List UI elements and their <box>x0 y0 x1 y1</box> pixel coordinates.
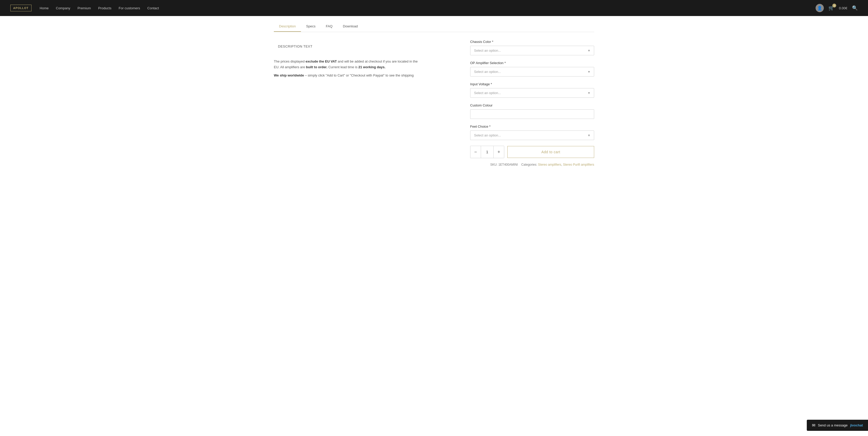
quantity-value: 1 <box>481 146 494 158</box>
nav-company[interactable]: Company <box>56 6 70 10</box>
bottom-line2-bold: We ship worldwide <box>274 74 304 77</box>
product-layout: DESCRIPTION TEXT The prices displayed ex… <box>274 37 594 167</box>
cart-icon[interactable]: 🛒 0 <box>829 5 834 11</box>
product-right: Chassis Color * Select an option... ▼ OP… <box>470 37 594 167</box>
category-stereo-purifi-amplifiers[interactable]: Stereo Purifi amplifiers <box>563 163 594 167</box>
add-to-cart-button[interactable]: Add to cart <box>507 146 594 158</box>
tab-download[interactable]: Download <box>338 21 363 32</box>
navbar: APOLLOT Home Company Premium Products Fo… <box>0 0 868 16</box>
search-icon[interactable]: 🔍 <box>852 5 858 11</box>
bottom-text: The prices displayed exclude the EU VAT … <box>274 59 418 78</box>
category-stereo-amplifiers[interactable]: Stereo amplifiers <box>538 163 561 167</box>
input-voltage-select-wrapper: Select an option... ▼ <box>470 88 594 98</box>
main-content: Description Specs FAQ Download DESCRIPTI… <box>264 21 604 167</box>
description-text: DESCRIPTION TEXT <box>274 37 455 48</box>
meta-row: SKU: 1ET400AMINI Categories: Stereo ampl… <box>470 163 594 167</box>
chassis-color-select-wrapper: Select an option... ▼ <box>470 46 594 55</box>
bottom-line1-bold2: built to order. <box>306 65 327 69</box>
cart-badge: 0 <box>832 4 836 7</box>
quantity-decrease-button[interactable]: − <box>470 146 481 158</box>
user-avatar[interactable]: 👤 <box>815 4 824 12</box>
op-amplifier-select[interactable]: Select an option... <box>470 67 594 77</box>
feet-choice-select-wrapper: Select an option... ▼ <box>470 130 594 140</box>
chassis-color-select[interactable]: Select an option... <box>470 46 594 55</box>
bottom-line1-before: The prices displayed <box>274 59 306 63</box>
chassis-color-label: Chassis Color * <box>470 40 594 44</box>
cart-row: − 1 + Add to cart <box>470 146 594 158</box>
custom-colour-label: Custom Colour <box>470 104 594 107</box>
tab-description[interactable]: Description <box>274 21 301 32</box>
bottom-line1-bold: exclude the EU VAT <box>306 59 337 63</box>
feet-choice-group: Feet Choice * Select an option... ▼ <box>470 124 594 140</box>
categories-label: Categories: <box>521 163 537 167</box>
sku-label: SKU: <box>490 163 498 167</box>
nav-products[interactable]: Products <box>98 6 111 10</box>
product-left: DESCRIPTION TEXT The prices displayed ex… <box>274 37 455 167</box>
nav-left: APOLLOT Home Company Premium Products Fo… <box>10 5 159 11</box>
tab-specs[interactable]: Specs <box>301 21 320 32</box>
op-amplifier-select-wrapper: Select an option... ▼ <box>470 67 594 77</box>
sku-value: 1ET400AMINI <box>498 163 518 167</box>
op-amplifier-label: OP Amplifier Selection * <box>470 61 594 65</box>
quantity-control: − 1 + <box>470 146 504 158</box>
cart-price: 0.00€ <box>839 6 847 10</box>
nav-premium[interactable]: Premium <box>78 6 91 10</box>
chassis-color-group: Chassis Color * Select an option... ▼ <box>470 40 594 55</box>
feet-choice-select[interactable]: Select an option... <box>470 130 594 140</box>
nav-for-customers[interactable]: For customers <box>119 6 140 10</box>
nav-home[interactable]: Home <box>40 6 49 10</box>
op-amplifier-group: OP Amplifier Selection * Select an optio… <box>470 61 594 77</box>
bottom-line1-after2: Current lead time is <box>327 65 358 69</box>
quantity-increase-button[interactable]: + <box>494 146 504 158</box>
input-voltage-label: Input Voltage * <box>470 82 594 86</box>
input-voltage-group: Input Voltage * Select an option... ▼ <box>470 82 594 98</box>
nav-links: Home Company Premium Products For custom… <box>40 6 159 10</box>
nav-right: 👤 🛒 0 0.00€ 🔍 <box>815 4 858 12</box>
feet-choice-label: Feet Choice * <box>470 124 594 128</box>
bottom-line1-bold3: 21 working days. <box>358 65 385 69</box>
bottom-line2-after: – simply click "Add to Cart" or "Checkou… <box>304 74 414 77</box>
logo[interactable]: APOLLOT <box>10 5 32 11</box>
input-voltage-select[interactable]: Select an option... <box>470 88 594 98</box>
nav-contact[interactable]: Contact <box>147 6 159 10</box>
custom-colour-group: Custom Colour <box>470 104 594 119</box>
custom-colour-input[interactable] <box>470 109 594 119</box>
tab-faq[interactable]: FAQ <box>320 21 338 32</box>
tabs: Description Specs FAQ Download <box>274 21 594 32</box>
